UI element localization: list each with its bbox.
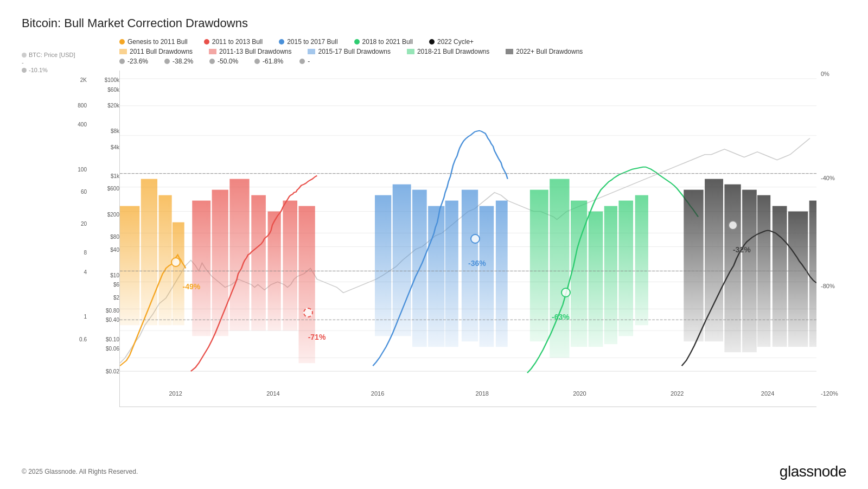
green-pct-label: -63% <box>552 313 570 321</box>
orange-draw-1 <box>120 206 139 326</box>
price-4k: $4k <box>111 144 119 150</box>
green-annotation <box>561 288 571 297</box>
legend-2018: 2018 to 2021 Bull <box>354 38 413 46</box>
price-002: $0.02 <box>106 369 119 374</box>
legend-draw-2021: 2018-21 Bull Drawdowns <box>407 48 489 55</box>
legend-pct-4: - <box>299 58 310 65</box>
orange-draw-4 <box>173 223 184 326</box>
red-draw-1 <box>192 201 210 336</box>
price-2: $2 <box>113 295 119 301</box>
legend-draw-2021-label: 2018-21 Bull Drawdowns <box>417 48 489 55</box>
price-6: $6 <box>113 282 119 288</box>
green-draw-2 <box>550 179 569 358</box>
green-draw-7 <box>635 195 648 326</box>
legend-pct-4-val: - <box>308 58 310 65</box>
price-200: $200 <box>107 212 119 218</box>
price-040: $0.40 <box>106 317 119 323</box>
right-label-0: 0% <box>821 71 829 77</box>
btc-price-label: BTC: Price [USD] <box>29 52 75 58</box>
red-pct-label: -71% <box>308 333 326 341</box>
count-800: 800 <box>78 103 87 109</box>
right-label-120: -120% <box>821 390 838 397</box>
x-label-2020: 2020 <box>573 390 586 397</box>
price-40: $40 <box>110 247 119 253</box>
black-draw-8 <box>809 201 816 347</box>
x-label-2016: 2016 <box>371 390 384 397</box>
green-draw-1 <box>530 190 548 342</box>
blue-draw-4 <box>428 206 444 347</box>
x-label-2012: 2012 <box>169 390 182 397</box>
price-006: $0.06 <box>106 346 119 352</box>
y-axis-price: $100k $60k $20k $8k $4k $1k $600 $200 $8… <box>90 71 119 391</box>
legend-draw-2022plus-label: 2022+ Bull Drawdowns <box>516 48 583 55</box>
legend-pct-0: -23.6% <box>119 58 148 65</box>
black-annotation <box>728 220 738 230</box>
legend-draw-2013-label: 2011-13 Bull Drawdowns <box>219 48 291 55</box>
price-80: $80 <box>110 234 119 240</box>
legend-2015-label: 2015 to 2017 Bull <box>287 38 337 46</box>
orange-draw-3 <box>158 195 171 326</box>
legend-pct-1: -38.2% <box>164 58 193 65</box>
legend-pct-0-val: -23.6% <box>127 58 148 65</box>
btc-dash: - <box>22 59 75 66</box>
blue-draw-3 <box>412 190 427 347</box>
legend-2018-label: 2018 to 2021 Bull <box>362 38 413 46</box>
chart-svg <box>120 71 816 390</box>
x-axis: 2012 2014 2016 2018 2020 2022 2024 <box>120 390 816 407</box>
green-draw-3 <box>571 201 587 347</box>
x-label-2014: 2014 <box>266 390 279 397</box>
red-draw-2 <box>212 190 228 336</box>
legend-2022-label: 2022 Cycle+ <box>437 38 474 46</box>
count-1: 1 <box>84 314 87 320</box>
orange-draw-2 <box>141 179 157 326</box>
legend-draw-2017: 2015-17 Bull Drawdowns <box>308 48 390 55</box>
count-100: 100 <box>78 167 87 173</box>
legend-pct-2-val: -50.0% <box>218 58 238 65</box>
chart-main: -49% -71% -36% -63% -32% 2012 <box>119 71 816 407</box>
legend-draw-2011-label: 2011 Bull Drawdowns <box>130 48 193 55</box>
legend-2015: 2015 to 2017 Bull <box>279 38 337 46</box>
black-draw-6 <box>773 206 787 347</box>
blue-annotation <box>470 234 480 244</box>
legend-area: BTC: Price [USD] - -10.1% Genesis to 201… <box>119 38 846 65</box>
blue-pct-label: -36% <box>468 259 486 268</box>
copyright: © 2025 Glassnode. All Rights Reserved. <box>22 468 138 475</box>
legend-pct-3-val: -61.8% <box>263 58 283 65</box>
x-label-2024: 2024 <box>761 390 774 397</box>
red-draw-4 <box>251 195 266 331</box>
blue-draw-7 <box>480 206 494 347</box>
count-60: 60 <box>81 189 87 195</box>
legend-genesis: Genesis to 2011 Bull <box>119 38 188 46</box>
black-pct-label: -32% <box>733 245 751 254</box>
right-label-40: -40% <box>821 175 835 181</box>
black-draw-1 <box>684 190 703 342</box>
count-8: 8 <box>84 250 87 256</box>
green-draw-6 <box>618 201 633 336</box>
count-06: 0.6 <box>79 336 87 342</box>
price-60k: $60k <box>107 87 119 93</box>
blue-draw-5 <box>445 201 458 347</box>
price-20k: $20k <box>107 103 119 109</box>
x-label-2022: 2022 <box>671 390 684 397</box>
black-draw-7 <box>788 212 808 347</box>
legend-draw-2022plus: 2022+ Bull Drawdowns <box>506 48 583 55</box>
legend-draw-2011: 2011 Bull Drawdowns <box>119 48 193 55</box>
legend-2011: 2011 to 2013 Bull <box>204 38 263 46</box>
red-draw-3 <box>229 179 249 331</box>
orange-pct-label: -49% <box>183 282 201 291</box>
price-600: $600 <box>107 186 119 192</box>
count-2k: 2K <box>80 77 87 83</box>
black-draw-3 <box>724 185 741 352</box>
legend-2022: 2022 Cycle+ <box>429 38 474 46</box>
legend-pct-1-val: -38.2% <box>173 58 193 65</box>
legend-draw-2017-label: 2015-17 Bull Drawdowns <box>318 48 390 55</box>
orange-annotation <box>171 257 181 267</box>
green-draw-4 <box>589 212 603 347</box>
price-100k: $100k <box>105 77 119 83</box>
price-010: $0.10 <box>106 336 119 342</box>
legend-2011-label: 2011 to 2013 Bull <box>212 38 263 46</box>
price-10: $10 <box>110 272 119 278</box>
blue-draw-1 <box>375 195 391 336</box>
price-8k: $8k <box>111 128 119 134</box>
legend-pct-3: -61.8% <box>254 58 283 65</box>
